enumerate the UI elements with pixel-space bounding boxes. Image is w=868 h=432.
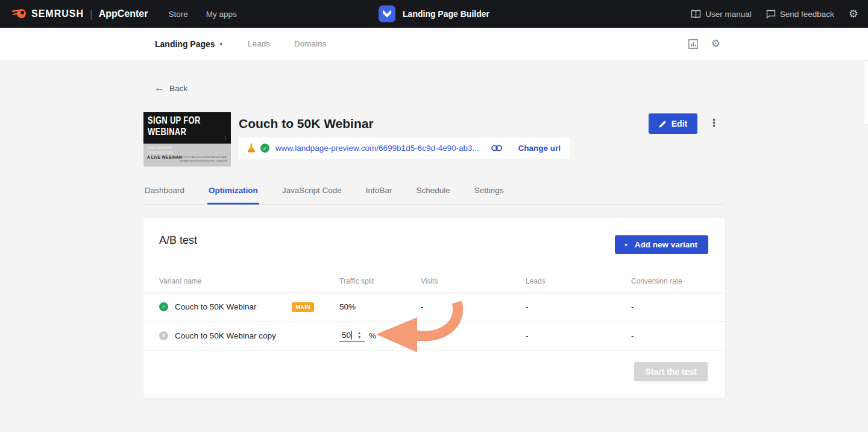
col-leads: Leads — [526, 277, 631, 285]
copy-link-icon[interactable] — [491, 145, 502, 151]
app-subnav: Landing Pages ▾ Leads Domains ⚙ — [0, 28, 868, 60]
thumbnail-fine-2: STRATEGIES FROM INDUSTRY LEADERS — [178, 159, 227, 163]
col-conversion-rate: Conversion rate — [631, 277, 709, 285]
back-arrow-icon: ← — [154, 82, 165, 94]
thumbnail-headline-2: WEBINAR — [148, 127, 227, 138]
tab-dashboard[interactable]: Dashboard — [143, 181, 186, 205]
page-settings-gear-icon[interactable]: ⚙ — [711, 39, 720, 49]
back-label: Back — [169, 84, 187, 93]
thumbnail-sub-1: UNLOCKING — [147, 145, 227, 150]
feedback-bubble-icon — [766, 10, 776, 19]
brand-separator: | — [90, 8, 93, 21]
tab-schedule[interactable]: Schedule — [415, 181, 451, 205]
thumbnail-bottom: UNLOCKING INNOVATION: A LIVE WEBINAR JOI… — [143, 144, 231, 167]
tab-infobar[interactable]: InfoBar — [365, 181, 394, 205]
back-button[interactable]: ← Back — [154, 82, 187, 94]
brand-name: SEMRUSH — [31, 8, 84, 19]
traffic-split-value: 50% — [339, 302, 421, 311]
app-title: Landing Page Builder — [403, 9, 489, 19]
user-manual-link[interactable]: User manual — [691, 10, 752, 19]
tab-optimization[interactable]: Optimization — [207, 181, 259, 205]
conversion-rate-value: - — [631, 331, 709, 340]
table-row-main-variant: ✓ Couch to 50K Webinar MAIN 50% - - - — [143, 293, 725, 322]
chevron-down-icon: ▾ — [624, 242, 627, 248]
thumbnail-top: SIGN UP FOR WEBINAR ⋮ — [143, 112, 231, 144]
scrollbar-thumb[interactable] — [864, 60, 868, 125]
traffic-split-input-value: 50 — [342, 331, 351, 340]
landing-pages-dropdown[interactable]: Landing Pages ▾ — [155, 39, 222, 49]
ab-test-title: A/B test — [159, 234, 197, 247]
variants-table-header: Variant name Traffic split Visits Leads … — [143, 270, 725, 293]
landing-page-builder-screen: SEMRUSH | AppCenter Store My apps Landin… — [0, 0, 868, 432]
topbar-settings-gear-icon[interactable]: ⚙ — [849, 8, 858, 19]
leads-value: - — [526, 302, 631, 311]
add-new-variant-button[interactable]: ▾ Add new variant — [615, 235, 708, 254]
edit-button[interactable]: Edit — [649, 113, 697, 134]
col-traffic-split: Traffic split — [339, 277, 421, 285]
landing-pages-label: Landing Pages — [155, 39, 215, 49]
landing-page-builder-icon — [379, 5, 395, 22]
visits-value: - — [421, 302, 526, 311]
app-cluster: Landing Page Builder — [379, 5, 489, 22]
start-test-button[interactable]: Start the test — [634, 362, 708, 381]
percent-suffix: % — [369, 331, 376, 340]
text-cursor — [351, 331, 352, 340]
variant-active-check-icon: ✓ — [159, 302, 168, 311]
thumbnail-kebab-icon: ⋮ — [223, 136, 228, 141]
ab-test-card: A/B test ▾ Add new variant Variant name … — [143, 218, 725, 398]
variant-name: Couch to 50K Webinar — [175, 302, 257, 311]
landing-page-thumbnail: SIGN UP FOR WEBINAR ⋮ UNLOCKING INNOVATI… — [143, 112, 231, 167]
traffic-split-input[interactable]: 50 ▲ ▼ — [339, 329, 365, 342]
conversion-rate-value: - — [631, 302, 709, 311]
thumbnail-sub-2: INNOVATION: — [147, 150, 227, 155]
table-row-copy-variant: ✕ Couch to 50K Webinar copy 50 ▲ ▼ % - -… — [143, 322, 725, 351]
nav-store[interactable]: Store — [168, 10, 187, 19]
subnav-item-leads[interactable]: Leads — [248, 39, 270, 48]
tab-settings[interactable]: Settings — [473, 181, 505, 205]
send-feedback-link[interactable]: Send feedback — [766, 10, 834, 19]
col-visits: Visits — [421, 277, 526, 285]
topbar-right: User manual Send feedback ⚙ — [691, 8, 858, 19]
subnav-item-domains[interactable]: Domains — [294, 39, 326, 48]
chevron-down-icon: ▾ — [220, 41, 223, 47]
semrush-logo-icon — [12, 6, 28, 22]
add-new-variant-label: Add new variant — [635, 240, 697, 249]
change-url-button[interactable]: Change url — [518, 144, 561, 153]
semrush-brand[interactable]: SEMRUSH | AppCenter — [12, 6, 148, 22]
user-manual-label: User manual — [705, 10, 752, 19]
experiment-flask-icon — [247, 143, 256, 153]
page-tabs: Dashboard Optimization JavaScript Code I… — [143, 181, 725, 205]
col-variant-name: Variant name — [159, 277, 339, 285]
pencil-icon — [659, 120, 667, 128]
nav-my-apps[interactable]: My apps — [206, 10, 237, 19]
variant-name: Couch to 50K Webinar copy — [175, 331, 276, 340]
url-verified-check-icon: ✓ — [260, 144, 269, 153]
brand-suffix: AppCenter — [99, 8, 148, 19]
leads-value: - — [526, 331, 631, 340]
tab-javascript-code[interactable]: JavaScript Code — [281, 181, 343, 205]
page-title: Couch to 50K Webinar — [239, 116, 374, 131]
thumbnail-headline-1: SIGN UP FOR — [148, 115, 227, 127]
stepper-down-icon: ▼ — [357, 335, 361, 340]
variant-inactive-icon: ✕ — [159, 331, 168, 340]
edit-label: Edit — [671, 119, 687, 129]
topbar: SEMRUSH | AppCenter Store My apps Landin… — [0, 0, 868, 28]
preview-url-bar: ✓ www.landpage-preview.com/6699b1d5-6c9d… — [239, 138, 570, 159]
book-icon — [691, 10, 701, 19]
page-kebab-menu-icon[interactable]: ⋮ — [709, 117, 719, 129]
visits-value: - — [421, 331, 526, 340]
preview-url-link[interactable]: www.landpage-preview.com/6699b1d5-6c9d-4… — [275, 144, 479, 153]
send-feedback-label: Send feedback — [780, 10, 834, 19]
number-stepper[interactable]: ▲ ▼ — [357, 331, 361, 340]
analytics-chart-icon[interactable] — [688, 39, 698, 49]
topbar-nav: Store My apps — [168, 10, 236, 19]
main-badge: MAIN — [292, 302, 314, 312]
subnav-icons: ⚙ — [688, 39, 720, 49]
